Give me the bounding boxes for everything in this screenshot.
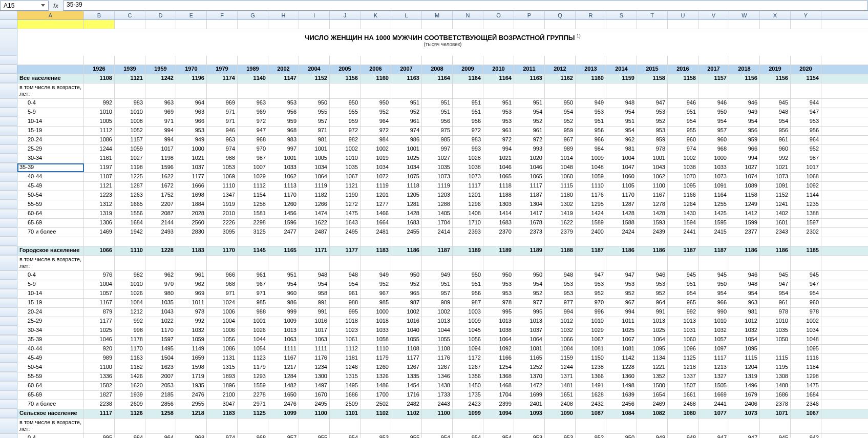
data-cell: 1425 bbox=[698, 210, 729, 218]
col-head-H[interactable]: H bbox=[268, 11, 299, 19]
col-head-P[interactable]: P bbox=[514, 11, 545, 19]
data-cell: 1356 bbox=[453, 372, 483, 381]
col-head-G[interactable]: G bbox=[238, 11, 268, 19]
data-cell: 1013 bbox=[483, 317, 514, 326]
data-cell: 970 bbox=[145, 280, 176, 289]
data-cell: 1296 bbox=[453, 200, 483, 209]
data-cell: 945 bbox=[668, 271, 698, 280]
data-cell: 947 bbox=[760, 280, 791, 289]
col-head-M[interactable]: M bbox=[422, 11, 453, 19]
data-cell: 1145 bbox=[238, 246, 268, 255]
row-label: 10-14 bbox=[17, 289, 84, 298]
col-head-S[interactable]: S bbox=[606, 11, 637, 19]
col-head-R[interactable]: R bbox=[576, 11, 606, 19]
data-cell: 1263 bbox=[115, 191, 145, 200]
data-cell: 1017 bbox=[791, 163, 821, 172]
data-cell: 1161 bbox=[84, 154, 115, 163]
data-cell: 1002 bbox=[391, 308, 422, 317]
data-cell: 949 bbox=[729, 108, 760, 117]
col-head-T[interactable]: T bbox=[637, 11, 668, 19]
data-cell: 1064 bbox=[299, 173, 330, 181]
data-cell: 955 bbox=[668, 127, 698, 135]
col-head-J[interactable]: J bbox=[330, 11, 361, 19]
formula-input[interactable]: 35-39 bbox=[63, 1, 868, 11]
col-head-K[interactable]: K bbox=[361, 11, 391, 19]
data-cell: 1025 bbox=[637, 326, 668, 335]
data-cell: 953 bbox=[361, 434, 391, 438]
data-cell: 1827 bbox=[84, 391, 115, 400]
col-head-C[interactable]: C bbox=[115, 11, 145, 19]
data-cell: 3095 bbox=[207, 228, 238, 237]
data-cell: 984 bbox=[115, 434, 145, 438]
col-head-L[interactable]: L bbox=[391, 11, 422, 19]
data-cell: 1073 bbox=[698, 173, 729, 181]
fx-icon[interactable]: fx bbox=[49, 3, 63, 9]
data-cell: 1500 bbox=[637, 382, 668, 390]
col-head-E[interactable]: E bbox=[176, 11, 207, 19]
col-head-I[interactable]: I bbox=[299, 11, 330, 19]
data-cell: 951 bbox=[422, 99, 453, 108]
data-row: 0-49959849649689749689579559549539559549… bbox=[0, 434, 868, 438]
data-cell: 960 bbox=[268, 289, 299, 298]
name-box[interactable]: A15 bbox=[0, 1, 49, 11]
data-cell: 948 bbox=[606, 99, 637, 108]
data-cell: 954 bbox=[422, 434, 453, 438]
data-cell: 1596 bbox=[145, 163, 176, 172]
col-head-V[interactable]: V bbox=[698, 11, 729, 19]
data-cell: 950 bbox=[606, 434, 637, 438]
data-cell: 1599 bbox=[729, 219, 760, 227]
col-head-U[interactable]: U bbox=[668, 11, 698, 19]
spacer-row: document.write(Array(24).fill('<div clas… bbox=[0, 56, 868, 65]
data-cell: 991 bbox=[299, 308, 330, 317]
col-head-D[interactable]: D bbox=[145, 11, 176, 19]
data-cell: 1304 bbox=[514, 200, 545, 209]
data-cell: 1235 bbox=[791, 200, 821, 209]
data-cell: 961 bbox=[760, 136, 791, 144]
row-label: 35-39 bbox=[17, 163, 84, 172]
col-head-X[interactable]: X bbox=[760, 11, 791, 19]
data-cell: 971 bbox=[207, 117, 238, 126]
data-cell: 963 bbox=[145, 99, 176, 108]
col-head-N[interactable]: N bbox=[453, 11, 483, 19]
col-head-Q[interactable]: Q bbox=[545, 11, 576, 19]
data-cell: 1027 bbox=[422, 154, 453, 163]
data-cell: 2487 bbox=[299, 228, 330, 237]
data-cell: 1063 bbox=[299, 336, 330, 344]
data-cell: 2185 bbox=[145, 391, 176, 400]
data-cell: 984 bbox=[361, 136, 391, 144]
data-cell: 959 bbox=[330, 117, 361, 126]
data-cell: 1060 bbox=[545, 173, 576, 181]
data-cell: 961 bbox=[391, 117, 422, 126]
col-head-Y[interactable]: Y bbox=[791, 11, 821, 19]
data-cell: 2087 bbox=[145, 210, 176, 218]
data-cell: 1111 bbox=[299, 345, 330, 353]
col-head-A[interactable]: A bbox=[17, 11, 84, 19]
data-cell: 1664 bbox=[361, 219, 391, 227]
col-head-F[interactable]: F bbox=[207, 11, 238, 19]
data-cell: 1266 bbox=[299, 200, 330, 209]
data-cell: 960 bbox=[668, 136, 698, 144]
data-cell: 987 bbox=[791, 154, 821, 163]
col-head-B[interactable]: B bbox=[84, 11, 115, 19]
data-cell: 1595 bbox=[698, 219, 729, 227]
data-cell: 1064 bbox=[637, 336, 668, 344]
data-cell: 984 bbox=[576, 145, 606, 154]
data-cell: 1176 bbox=[576, 191, 606, 200]
data-cell: 1182 bbox=[115, 363, 145, 372]
data-cell: 975 bbox=[422, 127, 453, 135]
data-cell: 1112 bbox=[84, 127, 115, 135]
row-label: 10-14 bbox=[17, 117, 84, 126]
data-cell: 992 bbox=[668, 308, 698, 317]
data-cell: 974 bbox=[207, 434, 238, 438]
data-cell: 1205 bbox=[391, 191, 422, 200]
col-head-W[interactable]: W bbox=[729, 11, 760, 19]
data-cell: 953 bbox=[637, 108, 668, 117]
data-cell: 2502 bbox=[361, 400, 391, 409]
data-cell: 971 bbox=[145, 117, 176, 126]
data-cell: 1198 bbox=[145, 154, 176, 163]
data-cell: 962 bbox=[145, 271, 176, 280]
col-head-O[interactable]: O bbox=[483, 11, 514, 19]
data-cell: 1100 bbox=[299, 409, 330, 418]
data-cell: 961 bbox=[176, 271, 207, 280]
data-cell: 1008 bbox=[115, 117, 145, 126]
